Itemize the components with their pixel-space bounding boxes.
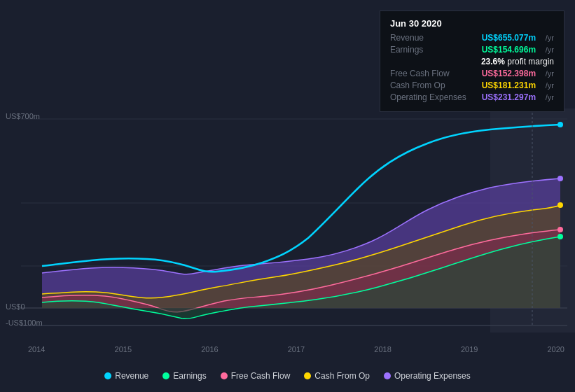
svg-point-11 [557, 227, 563, 232]
tooltip-label-fcf: Free Cash Flow [390, 69, 474, 78]
tooltip-row-opex: Operating Expenses US$231.297m /yr [390, 92, 554, 102]
x-axis: 2014 2015 2016 2017 2018 2019 2020 [28, 345, 564, 354]
y-label-700m: US$700m [6, 112, 40, 120]
legend-dot-earnings [162, 372, 169, 379]
legend-label-opex: Operating Expenses [394, 371, 471, 381]
legend-item-cashfromop[interactable]: Cash From Op [304, 371, 370, 381]
x-label-2017: 2017 [288, 345, 305, 354]
tooltip-unit-fcf: /yr [546, 69, 554, 78]
tooltip-value-earnings: US$154.696m [482, 45, 536, 55]
tooltip-label-opex: Operating Expenses [390, 92, 474, 102]
svg-point-13 [557, 176, 563, 181]
chart-legend: Revenue Earnings Free Cash Flow Cash Fro… [0, 371, 575, 381]
x-label-2019: 2019 [461, 345, 478, 354]
tooltip-row-earnings: Earnings US$154.696m /yr [390, 45, 554, 55]
legend-dot-cashfromop [304, 372, 311, 379]
legend-dot-opex [384, 372, 391, 379]
tooltip-unit-earnings: /yr [546, 46, 554, 54]
tooltip-row-fcf: Free Cash Flow US$152.398m /yr [390, 69, 554, 78]
svg-point-10 [557, 234, 563, 239]
tooltip-unit-revenue: /yr [546, 34, 554, 42]
tooltip-value-fcf: US$152.398m [482, 69, 536, 78]
tooltip-row-cashfromop: Cash From Op US$181.231m /yr [390, 80, 554, 90]
chart-container: US$700m US$0 -US$100m 2014 2015 2016 201… [0, 0, 575, 392]
tooltip-label-earnings: Earnings [390, 45, 474, 55]
tooltip-value-cashfromop: US$181.231m [482, 80, 536, 90]
legend-item-earnings[interactable]: Earnings [162, 371, 206, 381]
tooltip-label-cashfromop: Cash From Op [390, 80, 474, 90]
tooltip-value-revenue: US$655.077m [482, 33, 536, 43]
x-label-2014: 2014 [28, 345, 45, 354]
svg-point-12 [557, 202, 563, 208]
legend-label-fcf: Free Cash Flow [231, 371, 291, 381]
x-label-2018: 2018 [374, 345, 391, 354]
x-label-2020: 2020 [547, 345, 564, 354]
tooltip-unit-cashfromop: /yr [546, 81, 554, 90]
legend-item-revenue[interactable]: Revenue [104, 371, 148, 381]
legend-dot-revenue [104, 372, 111, 379]
x-label-2015: 2015 [115, 345, 132, 354]
tooltip-value-opex: US$231.297m [482, 92, 536, 102]
y-label-0: US$0 [6, 302, 25, 311]
legend-item-opex[interactable]: Operating Expenses [384, 371, 471, 381]
tooltip-panel: Jun 30 2020 Revenue US$655.077m /yr Earn… [380, 10, 564, 112]
tooltip-label-revenue: Revenue [390, 33, 474, 43]
tooltip-date: Jun 30 2020 [390, 18, 554, 29]
legend-label-cashfromop: Cash From Op [314, 371, 370, 381]
legend-item-fcf[interactable]: Free Cash Flow [221, 371, 291, 381]
legend-label-earnings: Earnings [173, 371, 206, 381]
legend-label-revenue: Revenue [115, 371, 148, 381]
y-label-neg100m: -US$100m [6, 318, 43, 327]
tooltip-margin: 23.6% profit margin [481, 57, 554, 66]
tooltip-row-revenue: Revenue US$655.077m /yr [390, 33, 554, 43]
x-label-2016: 2016 [201, 345, 218, 354]
legend-dot-fcf [221, 372, 228, 379]
svg-point-9 [557, 122, 563, 127]
tooltip-unit-opex: /yr [546, 93, 554, 102]
